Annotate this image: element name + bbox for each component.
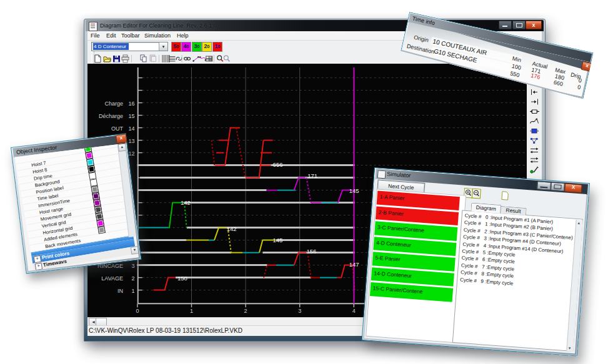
svg-text:145: 145	[349, 187, 359, 194]
svg-text:1: 1	[190, 308, 193, 314]
svg-text:150: 150	[177, 275, 187, 282]
svg-text:2: 2	[244, 308, 247, 314]
svg-text:OUT: OUT	[111, 125, 124, 132]
svg-text:145: 145	[273, 237, 283, 243]
svg-text:IN: IN	[117, 288, 123, 294]
svg-text:Charge: Charge	[104, 101, 123, 107]
svg-text:171: 171	[307, 172, 317, 179]
svg-text:142: 142	[181, 199, 191, 206]
svg-text:3: 3	[298, 308, 301, 314]
svg-text:LAVAGE: LAVAGE	[101, 275, 123, 282]
svg-text:147: 147	[349, 261, 359, 268]
svg-text:0: 0	[136, 308, 139, 314]
svg-text:Décharge: Décharge	[99, 113, 123, 119]
svg-text:156: 156	[306, 248, 316, 255]
svg-text:142: 142	[227, 225, 237, 232]
svg-text:15: 15	[128, 113, 134, 119]
svg-text:2: 2	[131, 275, 134, 282]
svg-text:4: 4	[352, 308, 356, 314]
svg-text:12: 12	[128, 150, 134, 157]
svg-text:14: 14	[128, 125, 134, 132]
svg-text:3: 3	[131, 263, 134, 269]
svg-text:1: 1	[131, 288, 134, 294]
svg-text:13: 13	[128, 138, 134, 144]
svg-text:656: 656	[273, 161, 283, 168]
svg-text:16: 16	[128, 101, 134, 107]
